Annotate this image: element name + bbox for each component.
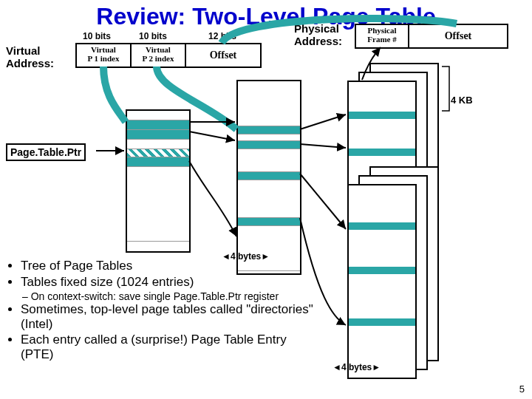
p1-bits: 10 bits (83, 31, 111, 41)
pa-offset-name: Offset (445, 30, 472, 41)
off-name: Offset (210, 50, 237, 61)
physical-address-label: Physical Address: (294, 22, 342, 47)
page-table-ptr: Page.Table.Ptr (6, 143, 86, 161)
p2-name: Virtual P 2 index (132, 44, 185, 63)
bullet-1: Tree of Page Tables (21, 259, 318, 273)
bullet-4: Each entry called a (surprise!) Page Tab… (21, 332, 318, 361)
off-bits: 12 bits (208, 31, 236, 41)
p1-name: Virtual P 1 index (77, 44, 130, 63)
level2-table (236, 80, 301, 275)
off-box: Offset (185, 43, 262, 68)
page-size-label: 4 KB (451, 95, 473, 106)
page-number: 5 (519, 383, 525, 395)
bullet-list: Tree of Page Tables Tables fixed size (1… (7, 259, 318, 363)
bullet-3: Sometimes, top-level page tables called … (21, 302, 318, 331)
frame-box: Physical Frame # (355, 24, 409, 49)
level1-table (126, 109, 191, 253)
pa-offset-box: Offset (408, 24, 508, 49)
entry-size-2: ◄4 bytes► (332, 362, 381, 372)
virtual-address-label: Virtual Address: (6, 44, 54, 69)
p2-box: Virtual P 2 index (130, 43, 186, 68)
bullet-2-sub: – On context-switch: save single Page.Ta… (22, 290, 318, 302)
frame-name: Physical Frame # (356, 25, 408, 44)
p2-bits: 10 bits (139, 31, 167, 41)
bullet-2: Tables fixed size (1024 entries) (21, 275, 318, 290)
p1-box: Virtual P 1 index (75, 43, 132, 68)
